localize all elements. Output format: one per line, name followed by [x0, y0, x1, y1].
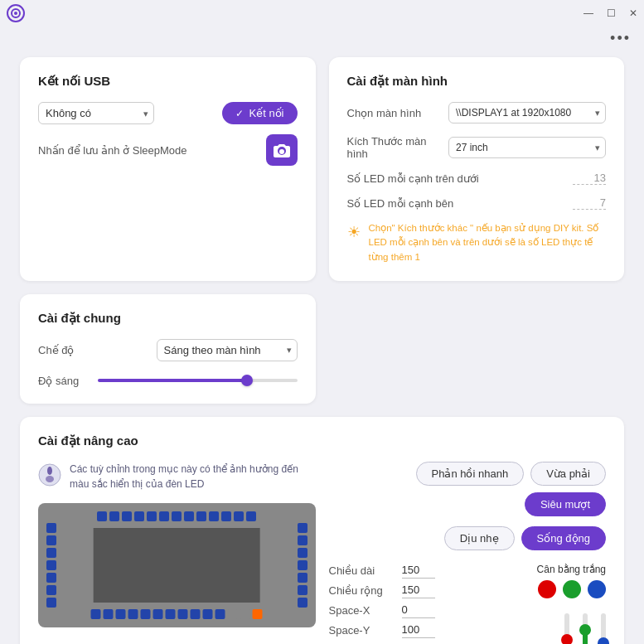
blue-circle[interactable] [588, 580, 606, 598]
tip-icon: ☀ [347, 223, 361, 241]
maximize-button[interactable]: ☐ [607, 7, 616, 19]
led-dot [298, 573, 307, 583]
led-dot [196, 511, 206, 521]
led-dot [184, 511, 194, 521]
green-slider-thumb[interactable] [579, 624, 591, 636]
device-select[interactable]: Không có [38, 102, 154, 124]
monitor-label: Chọn màn hình [347, 107, 447, 119]
green-slider-track[interactable] [583, 613, 588, 644]
led-dot [172, 511, 182, 521]
sleep-mode-row: Nhấn để lưu ảnh ở SleepMode [38, 134, 298, 166]
svg-point-6 [47, 467, 52, 475]
led-dot [191, 609, 201, 619]
led-dot [240, 609, 250, 619]
led-dot [116, 609, 126, 619]
led-preview [38, 503, 316, 627]
width-value: 150 [402, 583, 435, 598]
led-side-row: Số LED mỗi cạnh bên 7 [347, 196, 607, 210]
response-fast-button[interactable]: Phản hồi nhanh [416, 462, 525, 486]
svg-point-2 [14, 12, 17, 15]
spacey-value: 100 [402, 623, 435, 638]
width-label: Chiều rộng [329, 584, 395, 597]
green-circle[interactable] [563, 580, 581, 598]
led-dot [46, 585, 56, 595]
app-logo-icon [7, 4, 25, 22]
led-dot [46, 523, 56, 533]
mode-select-wrapper: Sáng theo màn hình [157, 339, 298, 361]
blue-slider-track[interactable] [601, 613, 606, 644]
response-medium-button[interactable]: Vừa phải [530, 462, 606, 486]
size-label: Kích Thước màn hình [347, 135, 449, 160]
monitor-row: Chọn màn hình \\DISPLAY1 at 1920x1080 [347, 102, 607, 123]
led-dot [298, 548, 307, 558]
size-row: Kích Thước màn hình 27 inch [347, 135, 607, 160]
connect-button[interactable]: ✓ Kết nối [222, 102, 297, 124]
led-dot [91, 609, 101, 619]
led-dot [298, 535, 307, 545]
connect-label: Kết nối [249, 107, 283, 119]
size-select[interactable]: 27 inch [448, 137, 606, 158]
advanced-inner: Các tuỳ chỉnh trong mục này có thể ảnh h… [38, 462, 606, 644]
vivid-button[interactable]: Sống động [521, 526, 606, 550]
display-card: Cài đặt màn hình Chọn màn hình \\DISPLAY… [329, 57, 625, 281]
led-dot [246, 511, 256, 521]
led-dot [147, 511, 157, 521]
led-dot [234, 511, 244, 521]
display-title: Cài đặt màn hình [347, 74, 607, 89]
advanced-left: Các tuỳ chỉnh trong mục này có thể ảnh h… [38, 462, 316, 644]
more-options-icon[interactable]: ••• [610, 30, 631, 47]
red-slider-thumb[interactable] [561, 634, 573, 644]
red-circle[interactable] [538, 580, 556, 598]
mode-select[interactable]: Sáng theo màn hình [157, 339, 298, 361]
svg-point-3 [279, 149, 284, 154]
minimize-button[interactable]: — [583, 7, 593, 19]
led-dot [203, 609, 213, 619]
led-dot [109, 511, 119, 521]
brightness-track[interactable] [98, 379, 298, 382]
led-dot [141, 609, 151, 619]
led-dots-top [97, 511, 256, 521]
length-label: Chiều dài [329, 564, 395, 577]
mode-row: Chế độ Sáng theo màn hình [38, 339, 298, 361]
spacey-row: Space-Y 100 [329, 623, 517, 638]
general-title: Cài đặt chung [38, 311, 298, 326]
smooth-buttons: Dịu nhẹ Sống động [329, 526, 607, 550]
width-row: Chiều rộng 150 [329, 583, 517, 598]
balance-label: Cân bằng trắng [537, 564, 606, 575]
led-dot [178, 609, 188, 619]
advanced-right: Phản hồi nhanh Vừa phải Siêu mượt Dịu nh… [329, 462, 607, 644]
main-content: Kết nối USB Không có ✓ Kết nối Nhấn để l… [0, 51, 644, 417]
red-slider-track[interactable] [564, 613, 569, 644]
size-select-wrapper: 27 inch [448, 137, 606, 158]
length-row: Chiều dài 150 [329, 564, 517, 579]
length-value: 150 [402, 564, 435, 579]
spacex-value: 0 [402, 603, 435, 618]
sliders-row [564, 605, 606, 644]
led-inner-rect [94, 528, 260, 603]
led-dot [209, 511, 219, 521]
usb-title: Kết nối USB [38, 74, 298, 89]
monitor-select[interactable]: \\DISPLAY1 at 1920x1080 [448, 102, 606, 123]
camera-button[interactable] [266, 134, 298, 166]
titlebar-right: — ☐ ✕ [583, 7, 637, 19]
led-dot [298, 585, 307, 595]
params-and-balance: Chiều dài 150 Chiều rộng 150 Space-X 0 S… [329, 564, 607, 644]
led-dot [122, 511, 132, 521]
warning-icon [38, 463, 61, 491]
usb-row: Không có ✓ Kết nối [38, 102, 298, 124]
brightness-row: Độ sáng [38, 375, 298, 387]
soft-button[interactable]: Dịu nhẹ [444, 526, 515, 550]
led-dot [298, 560, 307, 570]
color-circles [538, 580, 606, 598]
titlebar: — ☐ ✕ [0, 0, 644, 27]
mode-label: Chế độ [38, 344, 74, 356]
response-smooth-button[interactable]: Siêu mượt [525, 492, 606, 516]
params-section: Chiều dài 150 Chiều rộng 150 Space-X 0 S… [329, 564, 517, 644]
blue-slider-thumb[interactable] [598, 637, 609, 644]
led-dot [134, 511, 144, 521]
svg-point-5 [46, 476, 54, 482]
close-button[interactable]: ✕ [629, 7, 637, 19]
brightness-thumb[interactable] [241, 375, 253, 386]
led-dot [128, 609, 138, 619]
response-buttons: Phản hồi nhanh Vừa phải Siêu mượt [329, 462, 607, 516]
